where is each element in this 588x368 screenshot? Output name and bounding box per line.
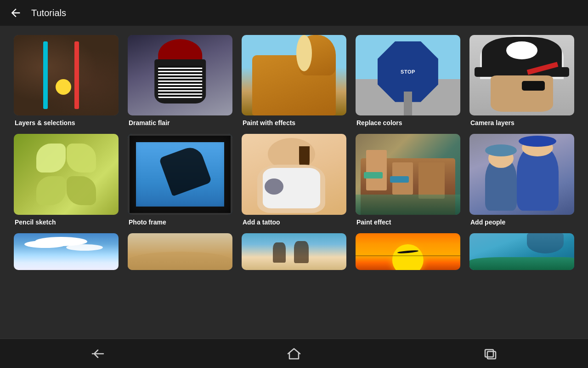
recents-nav-button[interactable]	[472, 344, 509, 364]
tutorial-thumb-paint-effect	[356, 134, 460, 214]
tutorial-label-replace-colors: Replace colors	[356, 119, 460, 126]
tutorial-thumb-desert	[128, 233, 232, 270]
tutorial-item-camera-layers[interactable]: Camera layers	[469, 35, 574, 126]
tutorial-item-pencil-sketch[interactable]: Pencil sketch	[14, 134, 119, 225]
tutorial-item-paint-with-effects[interactable]: Paint with effects	[242, 35, 346, 126]
tutorial-item-add-people[interactable]: Add people	[469, 134, 574, 225]
tutorial-item-coastal[interactable]	[469, 233, 574, 274]
tutorial-label-pencil-sketch: Pencil sketch	[14, 218, 119, 226]
tutorial-thumb-layers-selections	[14, 35, 119, 115]
tutorial-thumb-pencil-sketch	[14, 134, 119, 214]
tutorial-thumb-coastal	[469, 233, 574, 270]
home-nav-button[interactable]	[276, 344, 312, 364]
tutorials-content: Layers & selections Dramatic flair	[0, 26, 588, 339]
tutorial-thumb-beach	[242, 233, 346, 270]
svg-rect-0	[485, 350, 493, 357]
tutorials-grid: Layers & selections Dramatic flair	[14, 35, 574, 274]
tutorial-thumb-dramatic-flair	[128, 35, 232, 115]
tutorial-item-layers-selections[interactable]: Layers & selections	[14, 35, 119, 126]
tutorial-thumb-photo-frame	[128, 134, 232, 214]
tutorial-label-paint-effect: Paint effect	[356, 218, 460, 226]
tutorial-item-replace-colors[interactable]: STOP Replace colors	[356, 35, 460, 126]
tutorial-thumb-add-a-tattoo	[242, 134, 346, 214]
page-title: Tutorials	[31, 8, 66, 18]
tutorial-item-beach[interactable]	[242, 233, 346, 274]
tutorial-thumb-paint-with-effects	[242, 35, 346, 115]
tutorial-item-paint-effect[interactable]: Paint effect	[356, 134, 460, 225]
tutorial-label-dramatic-flair: Dramatic flair	[128, 119, 232, 126]
tutorial-label-add-a-tattoo: Add a tattoo	[242, 218, 346, 226]
tutorial-item-dramatic-flair[interactable]: Dramatic flair	[128, 35, 232, 126]
tutorial-item-add-a-tattoo[interactable]: Add a tattoo	[242, 134, 346, 225]
tutorial-thumb-replace-colors: STOP	[356, 35, 460, 115]
tutorial-item-sky[interactable]	[14, 233, 119, 274]
tutorial-label-paint-with-effects: Paint with effects	[242, 119, 346, 126]
svg-rect-1	[487, 351, 496, 359]
tutorial-thumb-sky	[14, 233, 119, 270]
tutorial-thumb-sunset	[356, 233, 460, 270]
tutorial-label-photo-frame: Photo frame	[128, 218, 232, 226]
tutorial-thumb-camera-layers	[469, 35, 574, 115]
tutorial-thumb-add-people	[469, 134, 574, 214]
back-button[interactable]	[7, 5, 24, 21]
tutorial-item-desert[interactable]	[128, 233, 232, 274]
tutorial-label-add-people: Add people	[469, 218, 574, 226]
tutorial-item-sunset[interactable]	[356, 233, 460, 274]
back-nav-button[interactable]	[79, 344, 116, 364]
bottom-navigation	[0, 339, 588, 368]
topbar: Tutorials	[0, 0, 588, 26]
tutorial-label-layers-selections: Layers & selections	[14, 119, 119, 126]
tutorial-label-camera-layers: Camera layers	[469, 119, 574, 126]
tutorial-item-photo-frame[interactable]: Photo frame	[128, 134, 232, 225]
